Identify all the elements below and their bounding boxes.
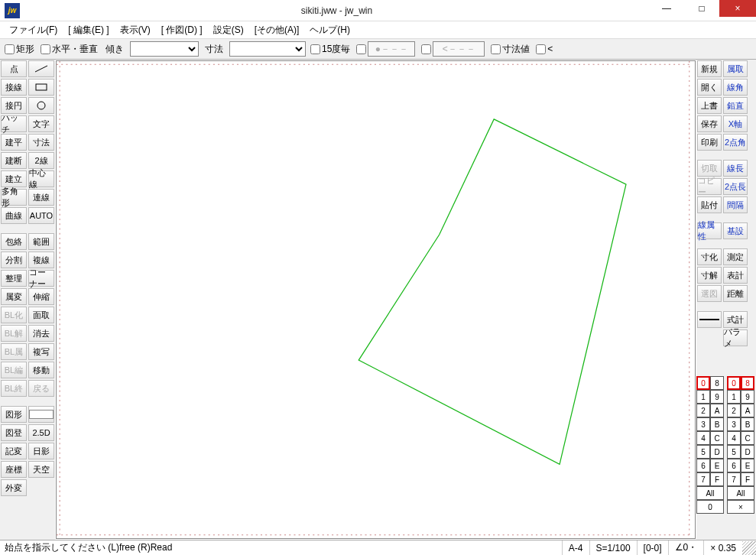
rtool-式計[interactable]: 式計 [723, 311, 748, 328]
tool-文字[interactable]: 文字 [28, 115, 54, 132]
line-tool-icon[interactable] [28, 60, 54, 77]
minimize-button[interactable]: — [649, 0, 684, 17]
menu-file[interactable]: ファイル(F) [5, 22, 62, 38]
rtool-貼付[interactable]: 貼付 [697, 196, 722, 213]
rtool-表計[interactable]: 表計 [723, 267, 748, 284]
layer-cell-6[interactable]: 6 [727, 459, 741, 472]
layer-cell-9[interactable]: 9 [710, 390, 724, 404]
tool-記変[interactable]: 記変 [1, 443, 27, 459]
layer-cell-4[interactable]: 4 [727, 431, 741, 445]
rtool-コピー[interactable]: コピー [697, 178, 722, 195]
layer-cell-C[interactable]: C [710, 431, 724, 445]
tool-接円[interactable]: 接円 [1, 97, 27, 114]
rtool-新規[interactable]: 新規 [697, 60, 722, 77]
tool-図登[interactable]: 図登 [1, 424, 27, 441]
layer-cell-E[interactable]: E [741, 459, 754, 472]
menu-settings[interactable]: 設定(S) [209, 22, 248, 38]
resize-grip-icon[interactable] [742, 541, 756, 555]
layer-cell-F[interactable]: F [741, 472, 754, 486]
line-color-swatch[interactable] [28, 406, 54, 423]
rtool-寸化[interactable]: 寸化 [697, 248, 722, 265]
opt-15deg[interactable]: 15度毎 [309, 43, 352, 56]
tool-寸法[interactable]: 寸法 [28, 134, 54, 151]
status-layer[interactable]: [0-0] [637, 540, 668, 555]
status-zoom[interactable]: × 0.35 [703, 540, 742, 555]
layer-cell-F[interactable]: F [710, 472, 724, 486]
rtool-保存[interactable]: 保存 [697, 115, 722, 132]
tool-多角形[interactable]: 多角形 [1, 189, 27, 206]
tool-建立[interactable]: 建立 [1, 170, 27, 187]
rtool-選図[interactable]: 選図 [697, 285, 722, 302]
layer-cell-D[interactable]: D [710, 445, 724, 459]
rtool-印刷[interactable]: 印刷 [697, 134, 722, 151]
tool-範囲[interactable]: 範囲 [28, 233, 54, 250]
tool-BL属[interactable]: BL属 [1, 343, 27, 360]
layer-cell-5[interactable]: 5 [727, 445, 741, 459]
status-paper[interactable]: A-4 [562, 540, 589, 555]
rtool-寸解[interactable]: 寸解 [697, 267, 722, 284]
layer-cell-A[interactable]: A [741, 404, 754, 417]
opt-lt-check[interactable] [536, 44, 546, 54]
opt-rect-check[interactable] [5, 44, 15, 54]
tool-AUTO[interactable]: AUTO [28, 207, 54, 224]
maximize-button[interactable]: □ [684, 0, 719, 17]
layer-cell-0[interactable]: 0 [696, 376, 710, 390]
layer-all-right[interactable]: All [727, 486, 754, 500]
layer-cell-8[interactable]: 8 [710, 376, 724, 390]
tool-外変[interactable]: 外変 [1, 479, 27, 496]
opt-dot[interactable]: ●－－－ [355, 41, 417, 57]
layer-x[interactable]: × [727, 500, 754, 514]
layer-cell-B[interactable]: B [710, 417, 724, 431]
tool-日影[interactable]: 日影 [28, 443, 54, 459]
tool-消去[interactable]: 消去 [28, 325, 54, 342]
status-angle[interactable]: ∠0・ [668, 540, 704, 555]
opt-arrow[interactable]: <－－－ [420, 41, 486, 57]
right-line-swatch[interactable] [697, 311, 722, 328]
opt-arrow-check[interactable] [421, 44, 431, 54]
tool-曲線[interactable]: 曲線 [1, 207, 27, 224]
layer-zero[interactable]: 0 [696, 500, 724, 514]
rtool-基設[interactable]: 基設 [723, 222, 748, 239]
tool-属変[interactable]: 属変 [1, 288, 27, 305]
opt-hv-check[interactable] [41, 44, 50, 54]
layer-cell-7[interactable]: 7 [727, 472, 741, 486]
tool-中心線[interactable]: 中心線 [28, 170, 54, 187]
tool-建平[interactable]: 建平 [1, 134, 27, 151]
tool-複線[interactable]: 複線 [28, 252, 54, 268]
tool-整理[interactable]: 整理 [1, 270, 27, 287]
tool-天空[interactable]: 天空 [28, 461, 54, 478]
layer-cell-7[interactable]: 7 [696, 472, 710, 486]
rtool-鉛直[interactable]: 鉛直 [723, 97, 748, 114]
layer-cell-5[interactable]: 5 [696, 445, 710, 459]
layer-cell-1[interactable]: 1 [696, 390, 710, 404]
layer-cell-3[interactable]: 3 [727, 417, 741, 431]
layer-cell-2[interactable]: 2 [727, 404, 741, 417]
tool-図形[interactable]: 図形 [1, 406, 27, 423]
layer-cell-2[interactable]: 2 [696, 404, 710, 417]
rtool-パラメ[interactable]: パラメ [723, 329, 748, 346]
tool-2.5D[interactable]: 2.5D [28, 424, 54, 441]
layer-cell-1[interactable]: 1 [727, 390, 741, 404]
layer-cell-3[interactable]: 3 [696, 417, 710, 431]
tool-包絡[interactable]: 包絡 [1, 233, 27, 250]
tool-移動[interactable]: 移動 [28, 362, 54, 378]
rtool-開く[interactable]: 開く [697, 79, 722, 96]
rtool-線長[interactable]: 線長 [723, 160, 748, 177]
opt-hv[interactable]: 水平・垂直 [39, 43, 99, 56]
layer-cell-A[interactable]: A [710, 404, 724, 417]
opt-15deg-check[interactable] [310, 44, 320, 54]
layer-cell-B[interactable]: B [741, 417, 754, 431]
opt-dimval[interactable]: 寸法値 [489, 43, 531, 56]
menu-other[interactable]: [その他(A)] [250, 22, 304, 38]
opt-rect[interactable]: 矩形 [3, 43, 36, 56]
rtool-間隔[interactable]: 間隔 [723, 196, 748, 213]
rtool-切取[interactable]: 切取 [697, 160, 722, 177]
rtool-上書[interactable]: 上書 [697, 97, 722, 114]
menu-help[interactable]: ヘルプ(H) [305, 22, 355, 38]
tool-伸縮[interactable]: 伸縮 [28, 288, 54, 305]
tool-接線[interactable]: 接線 [1, 79, 27, 96]
circle-tool-icon[interactable] [28, 97, 54, 114]
tool-建断[interactable]: 建断 [1, 152, 27, 169]
layer-cell-9[interactable]: 9 [741, 390, 754, 404]
menu-view[interactable]: 表示(V) [115, 22, 155, 38]
